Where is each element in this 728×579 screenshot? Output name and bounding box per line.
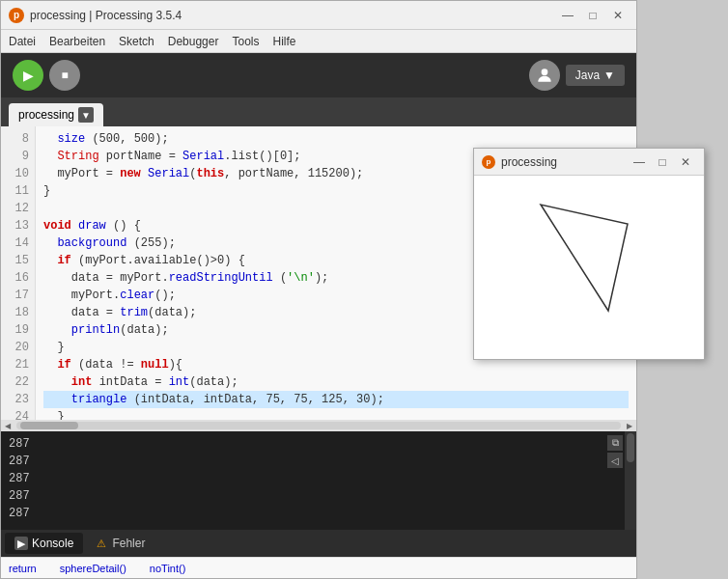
menu-bearbeiten[interactable]: Bearbeiten [49,35,105,48]
title-controls: — □ ✕ [557,7,629,24]
toolbar: ▶ ■ Java ▼ [1,53,636,97]
title-text: processing | Processing 3.5.4 [30,9,557,22]
ac-spheredetail[interactable]: sphereDetail() [60,563,126,574]
code-line: size (500, 500); [43,130,629,148]
console-line: 287 [9,487,629,505]
scroll-right-arrow[interactable]: ▶ [623,420,636,431]
preview-window: p processing — □ ✕ [473,148,705,360]
code-line: triangle (intData, intData, 75, 75, 125,… [43,391,629,408]
svg-marker-1 [541,205,628,311]
preview-canvas [474,176,704,359]
title-bar: p processing | Processing 3.5.4 — □ ✕ [1,1,636,30]
konsole-tab-icon: ▶ [14,537,28,550]
avatar-icon [535,66,554,85]
app-icon: p [9,8,24,23]
ac-return[interactable]: return [9,563,37,574]
avatar [529,60,560,91]
console-line: 287 [9,453,629,470]
menu-datei[interactable]: Datei [9,35,36,48]
preview-title-text: processing [501,155,629,169]
console-content: 287 287 287 287 287 ⧉ ◁ [1,431,636,530]
h-scroll-thumb[interactable] [20,422,78,429]
menu-tools[interactable]: Tools [232,35,259,48]
menu-bar: Datei Bearbeiten Sketch Debugger Tools H… [1,30,636,53]
preview-minimize-button[interactable]: — [629,153,650,171]
fehler-tab-icon: ⚠ [95,537,108,550]
konsole-tab[interactable]: ▶ Konsole [5,533,83,554]
autocomplete-bar: return sphereDetail() noTint() [1,557,636,578]
fehler-tab[interactable]: ⚠ Fehler [85,533,154,554]
stop-button[interactable]: ■ [49,60,80,91]
console-scroll-button[interactable]: ◁ [607,453,623,468]
close-button[interactable]: ✕ [607,7,629,24]
menu-debugger[interactable]: Debugger [168,35,219,48]
maximize-button[interactable]: □ [582,7,603,24]
preview-close-button[interactable]: ✕ [675,153,696,171]
ac-notint[interactable]: noTint() [150,563,186,574]
preview-svg [474,176,704,359]
run-button[interactable]: ▶ [13,60,43,91]
tab-dropdown[interactable]: ▼ [78,107,94,123]
scroll-left-arrow[interactable]: ◀ [1,420,14,431]
console-tabs: ▶ Konsole ⚠ Fehler [1,530,636,557]
preview-controls: — □ ✕ [629,153,696,171]
tab-bar: processing ▼ [1,97,636,126]
code-line: int intData = int(data); [43,373,629,391]
preview-maximize-button[interactable]: □ [652,153,673,171]
line-numbers: 8 9 10 11 12 13 14 15 16 17 18 19 20 21 … [1,126,36,420]
console-scrollbar[interactable] [625,431,636,530]
console-line: 287 [9,505,629,522]
preview-title-bar: p processing — □ ✕ [474,149,704,176]
console-area: 287 287 287 287 287 ⧉ ◁ ▶ Konsole ⚠ Fehl… [1,431,636,557]
menu-hilfe[interactable]: Hilfe [272,35,295,48]
code-line: } [43,408,629,420]
console-icons: ⧉ ◁ [607,435,623,468]
preview-app-icon: p [482,155,495,169]
console-line: 287 [9,470,629,487]
code-tab[interactable]: processing ▼ [9,103,103,126]
console-copy-button[interactable]: ⧉ [607,435,623,451]
svg-point-0 [541,69,547,75]
menu-sketch[interactable]: Sketch [119,35,154,48]
h-scroll-track [16,422,621,429]
minimize-button[interactable]: — [557,7,578,24]
mode-selector[interactable]: Java ▼ [566,65,625,86]
h-scroll[interactable]: ◀ ▶ [1,420,636,431]
console-line: 287 [9,435,629,453]
console-scrollbar-thumb[interactable] [627,433,634,462]
